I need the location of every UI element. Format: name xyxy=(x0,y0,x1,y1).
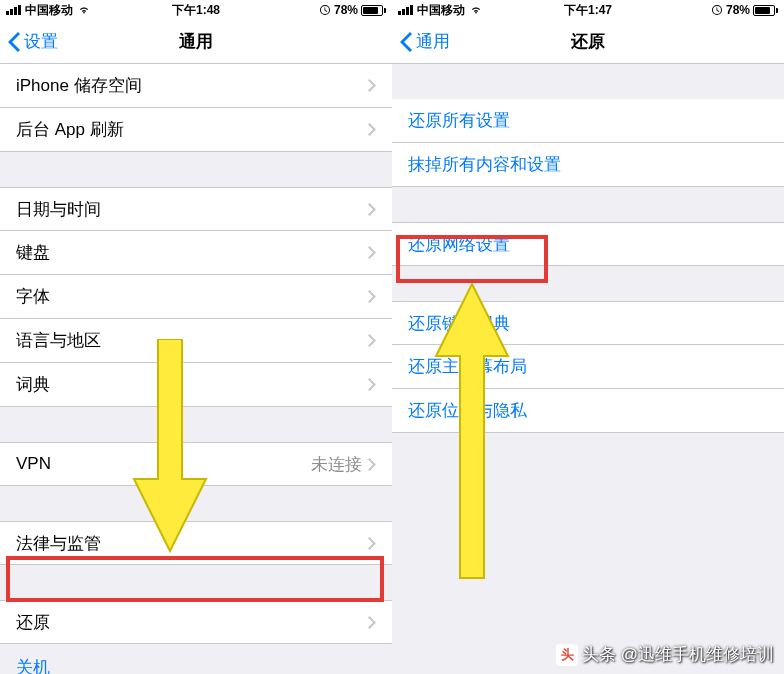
back-button[interactable]: 设置 xyxy=(8,30,58,53)
row-label: iPhone 储存空间 xyxy=(16,74,142,97)
battery-icon xyxy=(753,5,778,16)
row-label: 法律与监管 xyxy=(16,532,101,555)
chevron-right-icon xyxy=(368,203,376,216)
chevron-right-icon xyxy=(368,79,376,92)
row-background-refresh[interactable]: 后台 App 刷新 xyxy=(0,108,392,152)
back-label: 通用 xyxy=(416,30,450,53)
nav-title: 通用 xyxy=(179,30,213,53)
chevron-right-icon xyxy=(368,290,376,303)
status-bar: 中国移动 下午1:47 78% xyxy=(392,0,784,20)
row-reset-all-settings[interactable]: 还原所有设置 xyxy=(392,99,784,143)
nav-bar: 设置 通用 xyxy=(0,20,392,64)
row-label: 字体 xyxy=(16,285,50,308)
toutiao-logo-icon: 头 xyxy=(556,644,578,666)
row-label: 还原 xyxy=(16,611,50,634)
chevron-right-icon xyxy=(368,334,376,347)
chevron-right-icon xyxy=(368,123,376,136)
nav-title: 还原 xyxy=(571,30,605,53)
row-label: 词典 xyxy=(16,373,50,396)
content-area: iPhone 储存空间 后台 App 刷新 日期与时间 键盘 字体 xyxy=(0,64,392,674)
chevron-right-icon xyxy=(368,378,376,391)
row-iphone-storage[interactable]: iPhone 储存空间 xyxy=(0,64,392,108)
row-date-time[interactable]: 日期与时间 xyxy=(0,187,392,231)
signal-icon xyxy=(398,5,413,15)
battery-icon xyxy=(361,5,386,16)
battery-label: 78% xyxy=(334,3,358,17)
time-label: 下午1:47 xyxy=(564,2,612,19)
row-label: 语言与地区 xyxy=(16,329,101,352)
nav-bar: 通用 还原 xyxy=(392,20,784,64)
battery-label: 78% xyxy=(726,3,750,17)
chevron-right-icon xyxy=(368,616,376,629)
row-detail: 未连接 xyxy=(311,453,362,476)
watermark-text: 头条 @迅维手机维修培训 xyxy=(582,643,774,666)
row-reset-network[interactable]: 还原网络设置 xyxy=(392,222,784,266)
row-label: VPN xyxy=(16,454,51,474)
row-label: 键盘 xyxy=(16,241,50,264)
chevron-left-icon xyxy=(8,32,20,52)
carrier-label: 中国移动 xyxy=(25,2,73,19)
status-bar: 中国移动 下午1:48 78% xyxy=(0,0,392,20)
row-label: 后台 App 刷新 xyxy=(16,118,124,141)
row-label: 还原网络设置 xyxy=(408,233,510,256)
content-area: 还原所有设置 抹掉所有内容和设置 还原网络设置 还原键盘词典 还原主屏幕布局 还… xyxy=(392,99,784,433)
chevron-right-icon xyxy=(368,246,376,259)
signal-icon xyxy=(6,5,21,15)
row-label: 还原所有设置 xyxy=(408,109,510,132)
row-keyboard[interactable]: 键盘 xyxy=(0,231,392,275)
screen-general: 中国移动 下午1:48 78% 设置 通用 iPhone 储存空间 后台 App… xyxy=(0,0,392,674)
wifi-icon xyxy=(77,3,91,17)
back-button[interactable]: 通用 xyxy=(400,30,450,53)
chevron-right-icon xyxy=(368,537,376,550)
screen-reset: 中国移动 下午1:47 78% 通用 还原 还原所有设置 抹掉所有内容和设置 xyxy=(392,0,784,674)
shutdown-button[interactable]: 关机 xyxy=(0,644,392,674)
row-label: 日期与时间 xyxy=(16,198,101,221)
row-fonts[interactable]: 字体 xyxy=(0,275,392,319)
time-label: 下午1:48 xyxy=(172,2,220,19)
back-label: 设置 xyxy=(24,30,58,53)
chevron-right-icon xyxy=(368,458,376,471)
alarm-icon xyxy=(319,4,331,16)
watermark: 头 头条 @迅维手机维修培训 xyxy=(556,643,774,666)
carrier-label: 中国移动 xyxy=(417,2,465,19)
row-label: 抹掉所有内容和设置 xyxy=(408,153,561,176)
wifi-icon xyxy=(469,3,483,17)
arrow-down-annotation xyxy=(130,339,210,554)
row-reset[interactable]: 还原 xyxy=(0,600,392,644)
arrow-up-annotation xyxy=(432,281,512,581)
row-erase-all[interactable]: 抹掉所有内容和设置 xyxy=(392,143,784,187)
chevron-left-icon xyxy=(400,32,412,52)
alarm-icon xyxy=(711,4,723,16)
